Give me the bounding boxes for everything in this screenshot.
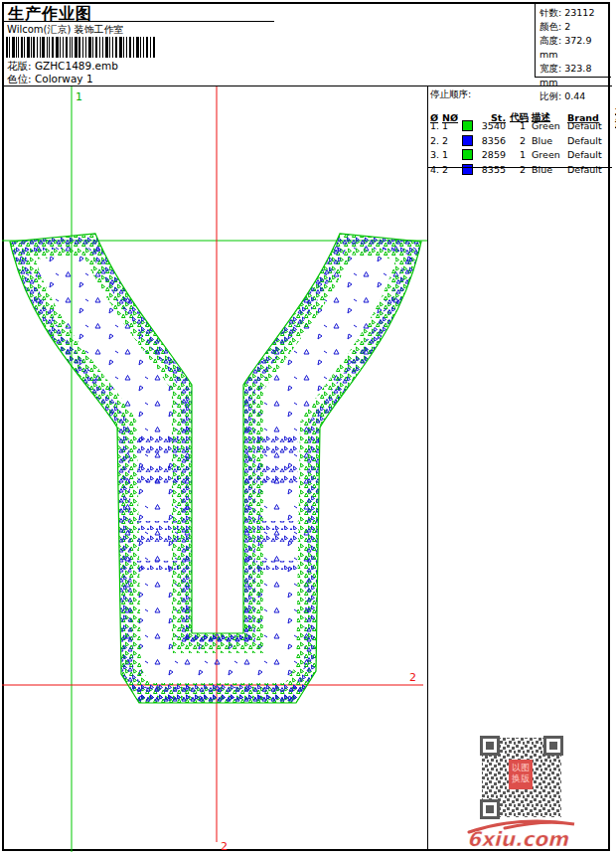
production-worksheet-page: 生产作业图 Wilcom(汇京) 装饰工作室 花版: GZHC1489.emb … [0,0,616,855]
site-watermark-logo: 6xiu.com [465,815,580,851]
pattern-file-line: 花版: GZHC1489.emb [7,60,118,74]
company-name: Wilcom(汇京) 装饰工作室 [7,23,124,37]
stop-sequence-panel: 停止顺序: Ø NØ St. 代码 描述 Brand 元素 1. 1 3540 … [430,88,610,177]
design-stats-panel: 针数: 23112 颜色: 2 高度: 372.9 mm 宽度: 323.8 m… [535,3,611,78]
table-bottom-rule [427,167,612,168]
thread-color-swatch [462,149,473,160]
table-row: 1. 1 3540 1 Green Default [430,119,610,134]
pattern-label: 花版: [7,60,32,72]
panel-divider [427,86,428,851]
embroidery-design-canvas: 1 2 2 [2,86,427,852]
stop-sequence-title: 停止顺序: [430,88,610,101]
table-row: 3. 1 2859 1 Green Default [430,148,610,163]
stat-height: 高度: 372.9 mm [539,34,611,62]
end-marker-label-bottom: 2 [221,840,228,852]
colorway-line: 色位: Colorway 1 [7,73,93,86]
table-row: 2. 2 8356 2 Blue Default [430,133,610,148]
barcode [6,37,157,58]
thread-color-swatch [462,164,473,175]
end-crosshair [2,86,423,842]
start-marker-label: 1 [76,90,82,103]
table-row: 4. 2 8355 2 Blue Default [430,162,610,177]
thread-color-swatch [462,135,473,146]
end-marker-label-right: 2 [409,671,416,684]
start-crosshair [2,86,427,852]
stat-stitches: 针数: 23112 [539,6,611,20]
pattern-value: GZHC1489.emb [35,60,118,72]
thread-color-swatch [462,120,473,131]
title-underline [4,21,274,22]
stop-sequence-header: Ø NØ St. 代码 描述 Brand 元素 [430,104,610,119]
colorway-value: Colorway 1 [35,73,93,85]
site-watermark-text: 6xiu.com [467,827,569,851]
red-seal-stamp: 以图 换版 [509,760,533,789]
stat-colors: 颜色: 2 [539,20,611,34]
colorway-label: 色位: [7,73,32,85]
